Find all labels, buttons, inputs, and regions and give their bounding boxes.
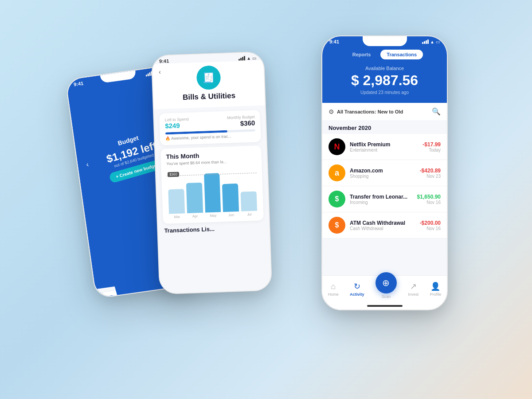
chart-bar-3 [222, 184, 239, 212]
signal-middle [239, 56, 245, 61]
netflix-amount: -$17.99 [422, 141, 441, 148]
activity-label: Activity [350, 292, 364, 297]
transaction-list: N Netflix Premium Entertainment -$17.99 … [322, 134, 447, 239]
chart-label-jun: Jun [223, 213, 239, 217]
transaction-transfer: $ Transfer from Leonar... Incoming $1,65… [322, 186, 447, 212]
time-right: 9:41 [329, 39, 339, 44]
filter-text: All Transactions: New to Old [337, 109, 403, 114]
rsig1 [422, 42, 423, 44]
bar1 [146, 74, 148, 76]
nav-invest[interactable]: ↗ Invest [408, 282, 419, 297]
status-icons-right: ▲ ▭ [422, 39, 440, 44]
nav-scan[interactable]: ⊕ Scan [376, 272, 397, 299]
chart-label-apr: Apr [187, 214, 203, 219]
activity-icon: ↻ [354, 282, 360, 291]
bills-progress-fill [165, 130, 227, 135]
amazon-info: Amazon.com Shopping [350, 168, 415, 179]
transaction-amazon: a Amazon.com Shopping -$420.89 Nov 23 [322, 160, 447, 186]
tab-reports[interactable]: Reports [346, 50, 377, 59]
notch-middle [189, 54, 227, 63]
scan-label: Scan [382, 294, 391, 299]
netflix-icon: N [329, 138, 345, 155]
phones-container: 9:41 ▲ ▭ ‹ Budget $1,192 left out of $2,… [66, 18, 466, 381]
netflix-name: Netflix Premium [350, 141, 418, 148]
monthly-budget-val: $360 [227, 119, 255, 128]
battery-right: ▭ [436, 39, 440, 44]
atm-category: Cash Withdrawal [350, 226, 415, 231]
sig2 [240, 58, 242, 60]
amazon-name: Amazon.com [350, 168, 415, 174]
bills-stat-card: Left to Spend $249 Monthly Budget $360 🔥… [159, 110, 261, 145]
wifi-right: ▲ [430, 39, 434, 44]
chart-area: $360 [167, 166, 258, 214]
transfer-date: Nov 16 [417, 200, 441, 205]
transactions-header: 9:41 ▲ ▭ Reports Transactions [322, 36, 447, 103]
transaction-atm: $ ATM Cash Withdrawal Cash Withdrawal -$… [322, 212, 447, 239]
chart-label-mar: Mar [169, 215, 185, 219]
atm-info: ATM Cash Withdrawal Cash Withdrawal [350, 220, 415, 231]
status-icons-middle: ▲ ▭ [239, 55, 256, 61]
atm-amount-col: -$200.00 Nov 16 [420, 220, 441, 231]
rsig2 [424, 41, 425, 44]
chart-bar-0 [168, 189, 185, 214]
bills-icon-circle: 🧾 [196, 65, 221, 90]
tab-transactions[interactable]: Transactions [380, 50, 423, 59]
transfer-amount-col: $1,650.90 Nov 16 [417, 194, 441, 205]
bills-title: Bills & Utilities [160, 90, 258, 103]
rsig3 [426, 40, 427, 44]
time-middle: 9:41 [159, 58, 169, 64]
atm-icon: $ [329, 217, 345, 234]
chart-bar-4 [241, 192, 257, 211]
transfer-name: Transfer from Leonar... [350, 194, 413, 200]
transfer-amount: $1,650.90 [417, 194, 441, 200]
this-month-card: This Month You've spent $8.64 more than … [160, 145, 264, 224]
month-label: November 2020 [322, 120, 447, 134]
balance-amount: $ 2,987.56 [329, 72, 440, 89]
filter-icon[interactable]: ⚙ [329, 108, 334, 115]
search-icon[interactable]: 🔍 [432, 107, 441, 116]
bottom-nav: ⌂ Home ↻ Activity ⊕ Scan ↗ Invest 👤 P [322, 275, 447, 303]
nav-profile[interactable]: 👤 Profile [430, 282, 442, 297]
chart-bar-2 [204, 173, 221, 212]
transfer-info: Transfer from Leonar... Incoming [350, 194, 413, 205]
notch-right [363, 36, 407, 46]
amazon-date: Nov 23 [420, 174, 441, 179]
tabs-row: Reports Transactions [329, 50, 440, 59]
food-icon: 🍴 [105, 295, 118, 298]
chart-bar-1 [186, 183, 203, 213]
nav-activity[interactable]: ↻ Activity [350, 282, 364, 297]
profile-label: Profile [430, 292, 442, 297]
filter-row: ⚙ All Transactions: New to Old 🔍 [322, 103, 447, 120]
balance-label: Available Balance [329, 66, 440, 71]
chart-bars [167, 166, 258, 214]
chart-label-jul: Jul [241, 212, 257, 216]
balance-updated: Updated 23 minutes ago [329, 90, 440, 95]
chart-label-may: May [205, 213, 221, 218]
amazon-amount-col: -$420.89 Nov 23 [420, 168, 441, 179]
atm-date: Nov 16 [420, 226, 441, 231]
home-icon: ⌂ [331, 282, 336, 291]
phone-right: 9:41 ▲ ▭ Reports Transactions [321, 35, 448, 310]
netflix-date: Today [422, 148, 441, 153]
left-spend-val: $249 [165, 121, 189, 130]
battery-middle: ▭ [252, 55, 256, 60]
home-label: Home [328, 292, 339, 297]
phone-middle: 9:41 ▲ ▭ ‹ 🧾 Bills & Utilities [151, 51, 273, 295]
amazon-category: Shopping [350, 174, 415, 179]
back-arrow-middle[interactable]: ‹ [159, 68, 161, 75]
time-left: 9:41 [73, 80, 83, 87]
atm-amount: -$200.00 [420, 220, 441, 226]
home-indicator [367, 305, 403, 307]
sig4 [244, 56, 245, 60]
netflix-info: Netflix Premium Entertainment [350, 141, 418, 153]
nav-home[interactable]: ⌂ Home [328, 282, 339, 297]
filter-left: ⚙ All Transactions: New to Old [329, 108, 403, 115]
transactions-body: ⚙ All Transactions: New to Old 🔍 Novembe… [322, 103, 447, 275]
rsig4 [427, 39, 429, 44]
wifi-middle: ▲ [246, 55, 251, 60]
amazon-amount: -$420.89 [420, 168, 441, 174]
awesome-msg: 🔥 Awesome, your spend is on trac... [165, 133, 255, 141]
scan-button[interactable]: ⊕ [376, 272, 397, 293]
transactions-list-label: Transactions Lis... [163, 224, 264, 234]
atm-name: ATM Cash Withdrawal [350, 220, 415, 226]
